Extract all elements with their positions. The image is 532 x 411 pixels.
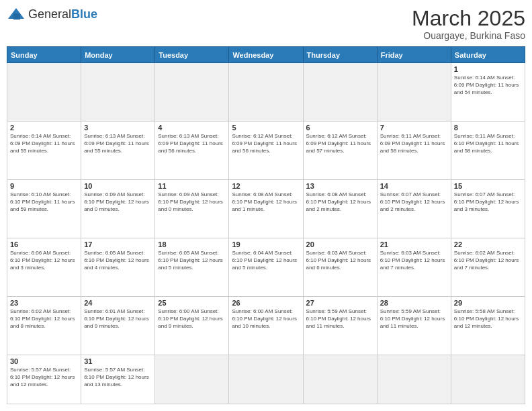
table-cell bbox=[303, 355, 377, 404]
logo: GeneralBlue bbox=[7, 7, 97, 21]
table-cell: 10Sunrise: 6:09 AM Sunset: 6:10 PM Dayli… bbox=[81, 180, 155, 238]
table-cell bbox=[377, 63, 451, 122]
day-number: 28 bbox=[380, 299, 448, 307]
calendar-row: 23Sunrise: 6:02 AM Sunset: 6:10 PM Dayli… bbox=[7, 297, 525, 355]
calendar-row: 30Sunrise: 5:57 AM Sunset: 6:10 PM Dayli… bbox=[7, 355, 525, 404]
day-number: 30 bbox=[10, 357, 78, 365]
table-cell bbox=[451, 355, 525, 404]
calendar-header: Sunday Monday Tuesday Wednesday Thursday… bbox=[7, 47, 525, 63]
table-cell: 21Sunrise: 6:03 AM Sunset: 6:10 PM Dayli… bbox=[377, 238, 451, 297]
table-cell bbox=[155, 355, 229, 404]
day-info: Sunrise: 6:08 AM Sunset: 6:10 PM Dayligh… bbox=[232, 191, 300, 213]
day-info: Sunrise: 6:03 AM Sunset: 6:10 PM Dayligh… bbox=[380, 250, 448, 271]
day-number: 18 bbox=[158, 240, 226, 248]
day-number: 27 bbox=[306, 299, 374, 307]
day-info: Sunrise: 6:00 AM Sunset: 6:10 PM Dayligh… bbox=[232, 308, 300, 330]
table-cell: 4Sunrise: 6:13 AM Sunset: 6:09 PM Daylig… bbox=[155, 122, 229, 180]
calendar-page: GeneralBlue March 2025 Ouargaye, Burkina… bbox=[0, 0, 532, 411]
day-info: Sunrise: 6:12 AM Sunset: 6:09 PM Dayligh… bbox=[306, 133, 374, 154]
header-row: Sunday Monday Tuesday Wednesday Thursday… bbox=[7, 47, 525, 63]
table-cell: 18Sunrise: 6:05 AM Sunset: 6:10 PM Dayli… bbox=[155, 238, 229, 297]
table-cell: 1Sunrise: 6:14 AM Sunset: 6:09 PM Daylig… bbox=[451, 63, 525, 122]
table-cell bbox=[81, 63, 155, 122]
table-cell: 20Sunrise: 6:03 AM Sunset: 6:10 PM Dayli… bbox=[303, 238, 377, 297]
day-info: Sunrise: 6:11 AM Sunset: 6:09 PM Dayligh… bbox=[380, 133, 448, 154]
logo-icon bbox=[7, 7, 26, 21]
calendar-body: 1Sunrise: 6:14 AM Sunset: 6:09 PM Daylig… bbox=[7, 63, 525, 404]
day-number: 29 bbox=[454, 299, 522, 307]
col-wednesday: Wednesday bbox=[229, 47, 303, 63]
day-info: Sunrise: 6:13 AM Sunset: 6:09 PM Dayligh… bbox=[158, 133, 226, 154]
day-info: Sunrise: 6:07 AM Sunset: 6:10 PM Dayligh… bbox=[380, 191, 448, 213]
day-info: Sunrise: 6:12 AM Sunset: 6:09 PM Dayligh… bbox=[232, 133, 300, 154]
day-number: 8 bbox=[454, 124, 522, 132]
day-info: Sunrise: 6:11 AM Sunset: 6:10 PM Dayligh… bbox=[454, 133, 522, 154]
day-info: Sunrise: 6:05 AM Sunset: 6:10 PM Dayligh… bbox=[84, 250, 152, 271]
col-friday: Friday bbox=[377, 47, 451, 63]
table-cell bbox=[377, 355, 451, 404]
title-block: March 2025 Ouargaye, Burkina Faso bbox=[412, 7, 525, 41]
logo-text: GeneralBlue bbox=[28, 7, 97, 21]
table-cell: 17Sunrise: 6:05 AM Sunset: 6:10 PM Dayli… bbox=[81, 238, 155, 297]
table-cell: 6Sunrise: 6:12 AM Sunset: 6:09 PM Daylig… bbox=[303, 122, 377, 180]
table-cell: 2Sunrise: 6:14 AM Sunset: 6:09 PM Daylig… bbox=[7, 122, 81, 180]
table-cell: 26Sunrise: 6:00 AM Sunset: 6:10 PM Dayli… bbox=[229, 297, 303, 355]
day-number: 1 bbox=[454, 65, 522, 73]
table-cell bbox=[155, 63, 229, 122]
table-cell: 15Sunrise: 6:07 AM Sunset: 6:10 PM Dayli… bbox=[451, 180, 525, 238]
day-info: Sunrise: 6:03 AM Sunset: 6:10 PM Dayligh… bbox=[306, 250, 374, 271]
calendar-row: 2Sunrise: 6:14 AM Sunset: 6:09 PM Daylig… bbox=[7, 122, 525, 180]
day-number: 7 bbox=[380, 124, 448, 132]
day-info: Sunrise: 6:05 AM Sunset: 6:10 PM Dayligh… bbox=[158, 250, 226, 271]
day-info: Sunrise: 5:57 AM Sunset: 6:10 PM Dayligh… bbox=[10, 367, 78, 388]
day-number: 5 bbox=[232, 124, 300, 132]
day-number: 21 bbox=[380, 240, 448, 248]
day-info: Sunrise: 6:09 AM Sunset: 6:10 PM Dayligh… bbox=[158, 191, 226, 213]
table-cell bbox=[303, 63, 377, 122]
location-subtitle: Ouargaye, Burkina Faso bbox=[412, 30, 525, 41]
day-info: Sunrise: 6:09 AM Sunset: 6:10 PM Dayligh… bbox=[84, 191, 152, 213]
day-number: 24 bbox=[84, 299, 152, 307]
day-number: 3 bbox=[84, 124, 152, 132]
table-cell bbox=[229, 355, 303, 404]
table-cell: 12Sunrise: 6:08 AM Sunset: 6:10 PM Dayli… bbox=[229, 180, 303, 238]
day-info: Sunrise: 5:59 AM Sunset: 6:10 PM Dayligh… bbox=[306, 308, 374, 330]
day-info: Sunrise: 6:01 AM Sunset: 6:10 PM Dayligh… bbox=[84, 308, 152, 330]
day-info: Sunrise: 6:02 AM Sunset: 6:10 PM Dayligh… bbox=[454, 250, 522, 271]
table-cell: 5Sunrise: 6:12 AM Sunset: 6:09 PM Daylig… bbox=[229, 122, 303, 180]
day-number: 26 bbox=[232, 299, 300, 307]
day-number: 25 bbox=[158, 299, 226, 307]
col-sunday: Sunday bbox=[7, 47, 81, 63]
day-info: Sunrise: 6:14 AM Sunset: 6:09 PM Dayligh… bbox=[10, 133, 78, 154]
table-cell: 29Sunrise: 5:58 AM Sunset: 6:10 PM Dayli… bbox=[451, 297, 525, 355]
table-cell: 30Sunrise: 5:57 AM Sunset: 6:10 PM Dayli… bbox=[7, 355, 81, 404]
day-number: 10 bbox=[84, 182, 152, 190]
day-info: Sunrise: 5:58 AM Sunset: 6:10 PM Dayligh… bbox=[454, 308, 522, 330]
table-cell: 8Sunrise: 6:11 AM Sunset: 6:10 PM Daylig… bbox=[451, 122, 525, 180]
table-cell: 13Sunrise: 6:08 AM Sunset: 6:10 PM Dayli… bbox=[303, 180, 377, 238]
day-info: Sunrise: 6:08 AM Sunset: 6:10 PM Dayligh… bbox=[306, 191, 374, 213]
svg-marker-1 bbox=[13, 13, 20, 20]
table-cell: 24Sunrise: 6:01 AM Sunset: 6:10 PM Dayli… bbox=[81, 297, 155, 355]
day-number: 4 bbox=[158, 124, 226, 132]
table-cell: 3Sunrise: 6:13 AM Sunset: 6:09 PM Daylig… bbox=[81, 122, 155, 180]
day-info: Sunrise: 6:07 AM Sunset: 6:10 PM Dayligh… bbox=[454, 191, 522, 213]
day-info: Sunrise: 6:13 AM Sunset: 6:09 PM Dayligh… bbox=[84, 133, 152, 154]
calendar-row: 9Sunrise: 6:10 AM Sunset: 6:10 PM Daylig… bbox=[7, 180, 525, 238]
day-info: Sunrise: 6:00 AM Sunset: 6:10 PM Dayligh… bbox=[158, 308, 226, 330]
day-info: Sunrise: 6:04 AM Sunset: 6:10 PM Dayligh… bbox=[232, 250, 300, 271]
day-number: 2 bbox=[10, 124, 78, 132]
calendar-row: 16Sunrise: 6:06 AM Sunset: 6:10 PM Dayli… bbox=[7, 238, 525, 297]
day-number: 20 bbox=[306, 240, 374, 248]
col-thursday: Thursday bbox=[303, 47, 377, 63]
table-cell: 11Sunrise: 6:09 AM Sunset: 6:10 PM Dayli… bbox=[155, 180, 229, 238]
calendar-table: Sunday Monday Tuesday Wednesday Thursday… bbox=[7, 46, 525, 404]
table-cell: 25Sunrise: 6:00 AM Sunset: 6:10 PM Dayli… bbox=[155, 297, 229, 355]
day-number: 13 bbox=[306, 182, 374, 190]
col-tuesday: Tuesday bbox=[155, 47, 229, 63]
table-cell: 19Sunrise: 6:04 AM Sunset: 6:10 PM Dayli… bbox=[229, 238, 303, 297]
day-number: 6 bbox=[306, 124, 374, 132]
day-number: 11 bbox=[158, 182, 226, 190]
day-number: 12 bbox=[232, 182, 300, 190]
table-cell bbox=[229, 63, 303, 122]
